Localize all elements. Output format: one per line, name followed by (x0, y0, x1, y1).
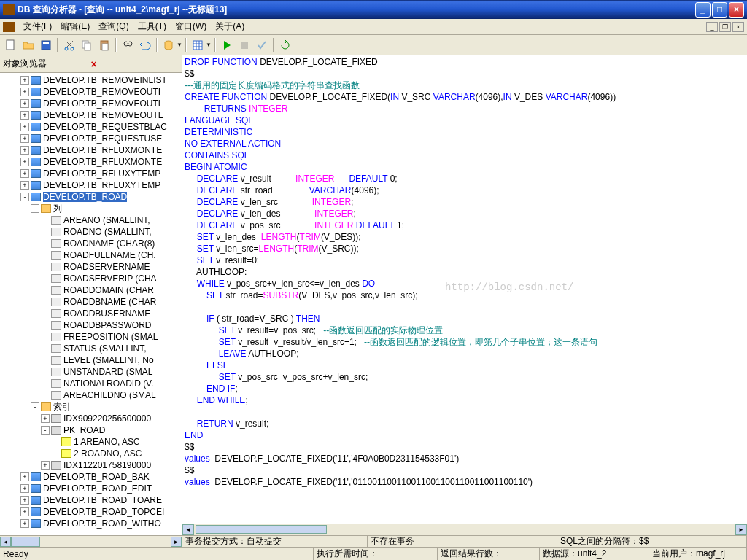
tree-node[interactable]: FREEPOSITION (SMAL (0, 331, 182, 343)
tree-node[interactable]: +DEVELOP.TB_REMOVEOUTI (0, 86, 182, 98)
scroll-right-icon[interactable]: ► (735, 524, 747, 535)
scroll-thumb[interactable] (11, 537, 40, 547)
tree-node[interactable]: +DEVELOP.TB_ROAD_TOARE (0, 494, 182, 506)
open-button[interactable] (20, 37, 36, 53)
expand-icon[interactable] (41, 391, 50, 400)
scroll-left-icon[interactable]: ◄ (182, 524, 194, 535)
copy-button[interactable] (79, 37, 95, 53)
editor-hscrollbar[interactable]: ◄ ► (182, 524, 747, 535)
expand-icon[interactable]: + (20, 181, 29, 190)
sql-editor[interactable]: DROP FUNCTION DEVELOP.F_LOCATE_FIXED$$--… (182, 55, 747, 524)
tree-node[interactable]: NATIONALROADID (V. (0, 378, 182, 389)
tree-node[interactable]: +DEVELOP.TB_REMOVEINLIST (0, 74, 182, 86)
menu-edit[interactable]: 编辑(E) (56, 19, 94, 34)
cut-button[interactable] (61, 37, 77, 53)
expand-icon[interactable]: + (41, 461, 50, 470)
tree-node[interactable]: -索引 (0, 401, 182, 413)
menu-help[interactable]: 关于(A) (211, 19, 249, 34)
expand-icon[interactable] (41, 344, 50, 353)
tree-node[interactable]: -DEVELOP.TB_ROAD (0, 191, 182, 203)
tree-node[interactable]: UNSTANDARD (SMAL (0, 366, 182, 378)
tree-node[interactable]: +DEVELOP.TB_REMOVEOUTL (0, 109, 182, 121)
expand-icon[interactable]: + (20, 484, 29, 493)
tree-node[interactable]: AREACHILDNO (SMAL (0, 389, 182, 401)
expand-icon[interactable] (41, 239, 50, 248)
dropdown-icon[interactable]: ▼ (177, 42, 182, 48)
expand-icon[interactable]: + (20, 111, 29, 120)
maximize-button[interactable]: □ (712, 2, 727, 18)
expand-icon[interactable] (41, 309, 50, 318)
minimize-button[interactable]: _ (695, 2, 711, 18)
expand-icon[interactable]: + (20, 496, 29, 505)
tree-node[interactable]: +DEVELOP.TB_ROAD_BAK (0, 471, 182, 483)
expand-icon[interactable]: - (31, 402, 39, 411)
scroll-left-icon[interactable]: ◄ (0, 537, 11, 547)
expand-icon[interactable] (41, 356, 50, 365)
expand-icon[interactable]: + (20, 122, 29, 131)
stop-button[interactable] (236, 37, 252, 53)
expand-icon[interactable] (41, 251, 50, 260)
grid-button[interactable] (190, 37, 206, 53)
execute-button[interactable] (219, 37, 235, 53)
scroll-thumb[interactable] (196, 525, 327, 534)
object-tree[interactable]: +DEVELOP.TB_REMOVEINLIST+DEVELOP.TB_REMO… (0, 73, 182, 535)
expand-icon[interactable]: - (31, 204, 39, 213)
tree-node[interactable]: ROADDBPASSWORD (0, 319, 182, 331)
tree-node[interactable]: +DEVELOP.TB_ROAD_WITHO (0, 518, 182, 529)
check-button[interactable] (254, 37, 270, 53)
new-button[interactable] (3, 37, 19, 53)
tree-node[interactable]: LEVEL (SMALLINT, No (0, 354, 182, 366)
expand-icon[interactable]: - (41, 426, 50, 435)
expand-icon[interactable]: + (20, 472, 29, 481)
panel-close-icon[interactable]: × (91, 58, 179, 70)
tree-node[interactable]: ROADDBNAME (CHAR (0, 296, 182, 308)
tree-node[interactable]: ROADFULLNAME (CH. (0, 249, 182, 261)
expand-icon[interactable] (41, 368, 50, 376)
tree-node[interactable]: ROADDOMAIN (CHAR (0, 284, 182, 296)
expand-icon[interactable]: + (20, 146, 29, 155)
mdi-minimize-button[interactable]: _ (706, 22, 718, 32)
expand-icon[interactable] (41, 274, 50, 283)
undo-button[interactable] (137, 37, 153, 53)
expand-icon[interactable]: + (20, 88, 29, 96)
expand-icon[interactable]: + (20, 134, 29, 143)
expand-icon[interactable] (41, 228, 50, 236)
expand-icon[interactable]: + (20, 508, 29, 516)
tree-node[interactable]: +DEVELOP.TB_RFLUXYTEMP (0, 168, 182, 179)
tree-node[interactable]: +DEVELOP.TB_ROAD_TOPCEI (0, 506, 182, 518)
expand-icon[interactable] (41, 321, 50, 330)
tree-node[interactable]: -PK_ROAD (0, 424, 182, 436)
close-button[interactable]: × (729, 2, 744, 18)
expand-icon[interactable] (51, 449, 60, 458)
paste-button[interactable] (96, 37, 112, 53)
menu-tools[interactable]: 工具(T) (133, 19, 171, 34)
expand-icon[interactable] (41, 216, 50, 225)
menu-file[interactable]: 文件(F) (19, 19, 56, 34)
tree-node[interactable]: +DEVELOP.TB_REQUESTUSE (0, 133, 182, 144)
expand-icon[interactable] (41, 332, 50, 341)
tree-node[interactable]: +DEVELOP.TB_ROAD_EDIT (0, 483, 182, 494)
expand-icon[interactable] (41, 286, 50, 295)
tree-node[interactable]: ROADNAME (CHAR(8) (0, 238, 182, 249)
expand-icon[interactable]: + (20, 519, 29, 528)
expand-icon[interactable]: + (20, 169, 29, 178)
menu-window[interactable]: 窗口(W) (171, 19, 211, 34)
tree-node[interactable]: ROADNO (SMALLINT, (0, 226, 182, 238)
tree-node[interactable]: AREANO (SMALLINT, (0, 214, 182, 226)
tree-node[interactable]: +DEVELOP.TB_RFLUXMONTE (0, 156, 182, 168)
tree-node[interactable]: 1 AREANO, ASC (0, 436, 182, 448)
expand-icon[interactable]: + (20, 99, 29, 108)
mdi-restore-button[interactable]: ❐ (719, 22, 731, 32)
expand-icon[interactable]: + (41, 414, 50, 423)
tree-node[interactable]: 2 ROADNO, ASC (0, 448, 182, 459)
expand-icon[interactable] (41, 298, 50, 306)
find-button[interactable] (120, 37, 136, 53)
tree-node[interactable]: -列 (0, 203, 182, 214)
tree-node[interactable]: +IDX112201758190000 (0, 459, 182, 471)
save-button[interactable] (38, 37, 54, 53)
scroll-right-icon[interactable]: ► (171, 537, 182, 547)
tree-node[interactable]: +IDX909220256500000 (0, 413, 182, 424)
expand-icon[interactable]: + (20, 76, 29, 85)
tree-node[interactable]: ROADDBUSERNAME (0, 308, 182, 319)
menu-query[interactable]: 查询(Q) (94, 19, 133, 34)
